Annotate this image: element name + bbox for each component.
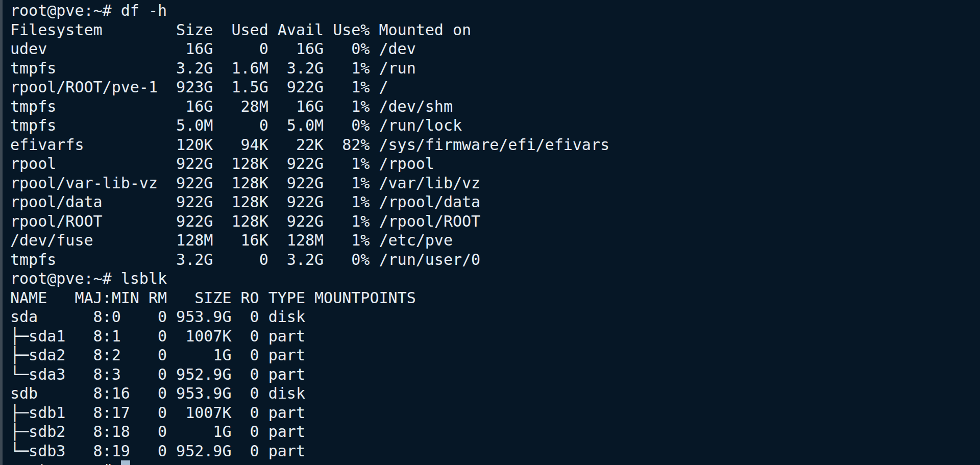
table-row-line: sda 8:0 0 953.9G 0 disk [10,307,980,327]
table-row-line: udev 16G 0 16G 0% /dev [10,39,980,59]
table-header-line: NAME MAJ:MIN RM SIZE RO TYPE MOUNTPOINTS [10,288,980,308]
table-row-line: └─sdb3 8:19 0 952.9G 0 part [10,442,980,461]
table-row-line: rpool 922G 128K 922G 1% /rpool [10,154,980,174]
table-row-line: rpool/ROOT 922G 128K 922G 1% /rpool/ROOT [10,212,980,231]
table-row-line: tmpfs 3.2G 0 3.2G 0% /run/user/0 [10,250,980,270]
pending-prompt-line: root@pve:~# [10,460,980,465]
terminal-cursor [121,460,130,465]
terminal-output[interactable]: root@pve:~# df -hFilesystem Size Used Av… [0,0,980,465]
table-row-line: rpool/var-lib-vz 922G 128K 922G 1% /var/… [10,174,980,193]
table-row-line: tmpfs 16G 28M 16G 1% /dev/shm [10,97,980,116]
table-row-line: ├─sdb1 8:17 0 1007K 0 part [10,403,980,423]
table-row-line: ├─sda1 8:1 0 1007K 0 part [10,327,980,346]
table-row-line: efivarfs 120K 94K 22K 82% /sys/firmware/… [10,135,980,155]
table-row-line: rpool/data 922G 128K 922G 1% /rpool/data [10,192,980,212]
table-row-line: sdb 8:16 0 953.9G 0 disk [10,384,980,403]
table-row-line: rpool/ROOT/pve-1 923G 1.5G 922G 1% / [10,78,980,97]
table-row-line: tmpfs 5.0M 0 5.0M 0% /run/lock [10,116,980,135]
command-line: root@pve:~# lsblk [10,269,980,288]
table-row-line: /dev/fuse 128M 16K 128M 1% /etc/pve [10,231,980,250]
window-edge [0,0,3,465]
table-row-line: ├─sda2 8:2 0 1G 0 part [10,346,980,365]
table-row-line: tmpfs 3.2G 1.6M 3.2G 1% /run [10,59,980,78]
terminal-screen: root@pve:~# df -hFilesystem Size Used Av… [0,0,980,465]
table-row-line: ├─sdb2 8:18 0 1G 0 part [10,422,980,442]
command-line: root@pve:~# df -h [10,1,980,20]
table-row-line: └─sda3 8:3 0 952.9G 0 part [10,365,980,384]
table-header-line: Filesystem Size Used Avail Use% Mounted … [10,20,980,40]
